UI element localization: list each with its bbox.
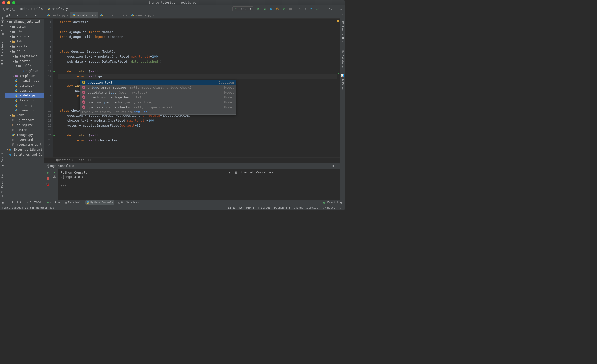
editor-tab[interactable]: __init__.py× [98, 12, 129, 18]
disclosure-triangle-icon[interactable]: ▼ [6, 20, 9, 23]
completion-item[interactable]: fquestion_textQuestion [80, 80, 236, 85]
settings-icon[interactable]: ⚙ [332, 164, 334, 168]
disclosure-triangle-icon[interactable]: ▼ [9, 50, 12, 52]
console-tab[interactable]: Django Console × [46, 164, 74, 168]
line-number[interactable]: 24 [44, 133, 51, 138]
completion-item[interactable]: munique_error_message(self, model_class,… [80, 85, 236, 90]
close-icon[interactable]: × [72, 164, 74, 168]
project-tree[interactable]: ▼django_tutorial▶admin▶bin▶include▶lib▶m… [5, 19, 44, 200]
bottom-tool-tab[interactable]: Python Console [85, 200, 114, 205]
tool-window-tab-commit[interactable]: ◉ Commit [0, 151, 5, 169]
disclosure-triangle-icon[interactable]: ▼ [12, 60, 15, 62]
code-line[interactable] [58, 64, 337, 69]
line-number[interactable]: 3 [44, 30, 51, 34]
line-number[interactable]: 15 [44, 89, 51, 94]
disclosure-triangle-icon[interactable]: ▶ [12, 75, 15, 77]
project-tree-node[interactable]: admin.py [5, 83, 44, 88]
maximize-window-button[interactable] [12, 1, 15, 4]
project-tree-node[interactable]: ▶lib [5, 39, 44, 44]
disclosure-triangle-icon[interactable]: ▶ [12, 55, 15, 57]
status-tests[interactable]: Tests passed: 10 (35 minutes ago) [2, 206, 56, 209]
line-number[interactable]: 20 [44, 113, 51, 118]
code-line[interactable]: class Question(models.Model): [58, 49, 337, 54]
breadcrumb-item[interactable]: polls [33, 7, 43, 11]
variables-pane[interactable]: ▶ ▦ Special Variables [227, 169, 340, 200]
expand-icon[interactable]: ▶ [229, 171, 231, 174]
line-number[interactable]: 4 [44, 34, 51, 39]
project-tree-node[interactable]: README.md [5, 137, 44, 142]
error-stripe[interactable] [337, 19, 340, 157]
close-tab-icon[interactable]: × [67, 14, 69, 17]
bottom-tool-tab[interactable]: 4: Run [45, 200, 61, 205]
tool-window-tab-structure[interactable]: ☷ 7: Structure [0, 40, 5, 68]
completion-item[interactable]: m_perform_unique_checks(self, unique_che… [80, 105, 236, 110]
editor-tab[interactable]: models.py× [70, 12, 98, 18]
select-opened-file-button[interactable]: ⊕ [24, 14, 28, 17]
editor-breadcrumb[interactable]: Question › __str__() [44, 157, 340, 163]
stop-button[interactable] [288, 7, 292, 11]
stop-button[interactable] [46, 176, 50, 181]
gutter[interactable]: 12345678910◑11121314151617181920212223◑2… [44, 19, 53, 157]
next-tip-link[interactable]: Next Tip [134, 111, 147, 114]
vcs-commit-button[interactable] [315, 7, 319, 11]
editor-breadcrumb-item[interactable]: Question [56, 158, 70, 162]
completion-item[interactable]: mvalidate_unique(self, exclude)Model [80, 90, 236, 95]
code-line[interactable]: def __str__(self): [58, 133, 337, 138]
tool-window-tab-sciview[interactable]: 📊 SciView [340, 72, 345, 92]
breadcrumb-item[interactable]: models.py [51, 7, 68, 11]
tool-window-tab-project[interactable]: ▦ 1: Project [0, 13, 5, 38]
disclosure-triangle-icon[interactable]: ▶ [9, 30, 12, 33]
line-number[interactable]: 8 [44, 54, 51, 59]
bottom-tool-tab[interactable]: 9: Git [7, 200, 23, 205]
code-line[interactable]: def __str__(self): [58, 69, 337, 74]
project-tree-node[interactable]: ▶bin [5, 29, 44, 34]
disclosure-triangle-icon[interactable]: ▼ [15, 65, 18, 67]
line-number[interactable]: 10 [44, 64, 51, 69]
completion-item[interactable]: m_get_unique_checks(self, exclude)Model [80, 100, 236, 105]
override-gutter-icon[interactable]: ◑ [53, 133, 55, 138]
status-indent[interactable]: 4 spaces [258, 206, 271, 209]
code-line[interactable]: pub_date = models.DateTimeField('date pu… [58, 59, 337, 64]
new-console-button[interactable]: ＋ [46, 188, 50, 192]
rerun-button[interactable]: ↻ [46, 170, 50, 175]
disclosure-triangle-icon[interactable]: ▶ [9, 45, 12, 47]
close-tab-icon[interactable]: × [94, 14, 96, 17]
close-window-button[interactable] [2, 1, 5, 4]
event-log-button[interactable]: 1Event Log [322, 200, 343, 205]
vcs-rollback-button[interactable] [328, 7, 332, 11]
execute-button[interactable]: ▶ [54, 170, 55, 174]
project-tree-node[interactable]: urls.py [5, 103, 44, 108]
editor-breadcrumb-item[interactable]: __str__() [75, 158, 91, 162]
close-tab-icon[interactable]: × [153, 14, 155, 17]
code-line[interactable]: import datetime [58, 20, 337, 25]
project-tree-node[interactable]: Scratches and Co [5, 152, 44, 157]
line-number[interactable]: 9 [44, 59, 51, 64]
project-tree-node[interactable]: ▢style.c [5, 68, 44, 73]
status-interpreter[interactable]: Python 3.8 (django_tutorial) [274, 206, 320, 209]
line-number[interactable]: 17 [44, 98, 51, 103]
hide-button[interactable]: — [39, 14, 43, 17]
project-tree-node[interactable]: db.sqlite3 [5, 123, 44, 127]
project-tree-node[interactable]: tests.py [5, 98, 44, 103]
search-everywhere-button[interactable] [339, 7, 343, 11]
disclosure-triangle-icon[interactable]: ▶ [9, 40, 12, 43]
code-line[interactable] [58, 44, 337, 49]
project-tree-node[interactable]: ▶External Librari [5, 147, 44, 152]
bottom-tool-tab[interactable]: ✔6: TODO [26, 200, 42, 205]
more-icon[interactable]: ⠿ [341, 14, 344, 17]
attach-debugger-button[interactable]: 🐞 [46, 182, 50, 187]
tool-window-tab-database[interactable]: 🛢 Database [340, 48, 345, 70]
bottom-tool-tab[interactable]: ▣Terminal [64, 200, 82, 205]
project-tree-node[interactable]: ▶admin [5, 24, 44, 29]
profile-button[interactable] [276, 7, 280, 11]
line-number[interactable]: 26 [44, 143, 51, 148]
concurrency-button[interactable] [282, 7, 286, 11]
more-icon[interactable]: ⋮ [231, 111, 234, 114]
status-git-branch[interactable]: master [323, 206, 337, 209]
collapse-all-button[interactable]: ⇲ [29, 14, 33, 17]
hide-button[interactable]: — [337, 164, 338, 168]
code-line[interactable] [58, 128, 337, 133]
project-tree-node[interactable]: .gitignore [5, 118, 44, 123]
read-only-toggle[interactable] [340, 206, 343, 209]
project-tree-node[interactable]: views.py [5, 108, 44, 113]
